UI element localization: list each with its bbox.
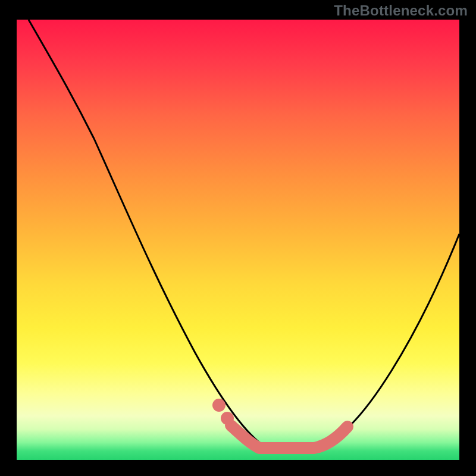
optimal-range-highlight: [231, 425, 347, 448]
chart-stage: TheBottleneck.com: [0, 0, 476, 476]
plot-area: [17, 20, 459, 460]
highlight-dot-lower: [221, 412, 234, 425]
watermark-text: TheBottleneck.com: [334, 2, 468, 19]
highlight-dot-upper: [212, 399, 226, 412]
bottleneck-curve: [29, 20, 459, 448]
curve-layer: [17, 20, 459, 460]
